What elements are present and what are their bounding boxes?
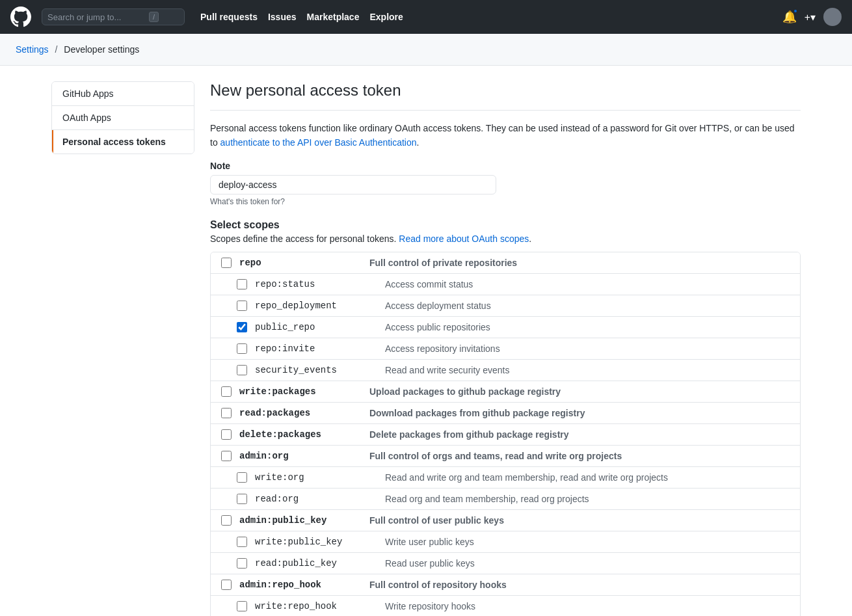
scope-desc-read_public_key: Read user public keys — [385, 558, 475, 569]
note-input[interactable] — [210, 175, 496, 194]
scope-row-child: repo:invite Access repository invitation… — [211, 338, 800, 360]
scope-desc-read_org: Read org and team membership, read org p… — [385, 494, 589, 504]
scope-desc-admin_org: Full control of orgs and teams, read and… — [369, 451, 622, 461]
note-hint: What's this token for? — [210, 197, 801, 206]
scope-row-parent: admin:org Full control of orgs and teams… — [211, 446, 800, 467]
scope-checkbox-security_events[interactable] — [237, 365, 247, 375]
scope-desc-security_events: Read and write security events — [385, 365, 509, 375]
page-title: New personal access token — [210, 81, 801, 111]
scope-name-repo_status: repo:status — [255, 279, 385, 289]
scope-row-parent: read:packages Download packages from git… — [211, 403, 800, 424]
scope-checkbox-write_packages[interactable] — [221, 386, 232, 397]
scope-checkbox-read_org[interactable] — [237, 494, 247, 504]
issues-link[interactable]: Issues — [268, 12, 297, 22]
notification-dot — [793, 8, 798, 14]
main-content: New personal access token Personal acces… — [210, 81, 801, 616]
scope-checkbox-public_repo[interactable] — [237, 322, 247, 332]
scope-row-child: repo:status Access commit status — [211, 274, 800, 295]
scope-desc-write_org: Read and write org and team membership, … — [385, 472, 668, 483]
scope-desc-write_repo_hook: Write repository hooks — [385, 601, 475, 611]
scopes-desc: Scopes define the access for personal to… — [210, 234, 801, 244]
scopes-title: Select scopes — [210, 219, 801, 231]
explore-link[interactable]: Explore — [369, 12, 403, 22]
scope-name-write_org: write:org — [255, 472, 385, 483]
scope-desc-repo_status: Access commit status — [385, 279, 473, 289]
description-end: . — [417, 137, 419, 148]
scope-name-security_events: security_events — [255, 365, 385, 375]
github-logo[interactable] — [10, 7, 31, 27]
scope-desc-repo_invite: Access repository invitations — [385, 343, 500, 354]
scope-desc-delete_packages: Delete packages from github package regi… — [369, 429, 569, 440]
scope-checkbox-write_org[interactable] — [237, 472, 247, 483]
scope-row-child: write:org Read and write org and team me… — [211, 467, 800, 489]
avatar[interactable] — [823, 8, 842, 26]
scope-checkbox-write_public_key[interactable] — [237, 537, 247, 547]
scope-row-child: public_repo Access public repositories — [211, 317, 800, 338]
sidebar-item-oauth-apps[interactable]: OAuth Apps — [52, 106, 194, 130]
breadcrumb-current: Developer settings — [64, 44, 139, 55]
scope-name-read_packages: read:packages — [239, 408, 369, 418]
marketplace-link[interactable]: Marketplace — [307, 12, 360, 22]
scope-name-write_public_key: write:public_key — [255, 537, 385, 547]
scope-checkbox-write_repo_hook[interactable] — [237, 601, 247, 611]
scopes-desc-text: Scopes define the access for personal to… — [210, 234, 399, 244]
description-link[interactable]: authenticate to the API over Basic Authe… — [220, 137, 417, 148]
scope-row-parent: repo Full control of private repositorie… — [211, 252, 800, 274]
scope-row-child: read:org Read org and team membership, r… — [211, 489, 800, 510]
topnav-links: Pull requests Issues Marketplace Explore — [200, 12, 403, 22]
breadcrumb: Settings / Developer settings — [0, 34, 852, 66]
scopes-table: repo Full control of private repositorie… — [210, 252, 801, 616]
scope-desc-admin_public_key: Full control of user public keys — [369, 515, 504, 526]
scope-name-write_packages: write:packages — [239, 386, 369, 397]
search-input[interactable] — [47, 12, 145, 22]
search-box[interactable]: / — [42, 8, 185, 25]
scope-checkbox-admin_repo_hook[interactable] — [221, 580, 232, 590]
scope-desc-repo: Full control of private repositories — [369, 258, 517, 268]
scope-row-parent: admin:repo_hook Full control of reposito… — [211, 574, 800, 596]
scope-name-public_repo: public_repo — [255, 322, 385, 332]
scope-checkbox-repo_invite[interactable] — [237, 343, 247, 354]
scope-name-read_org: read:org — [255, 494, 385, 504]
scope-desc-public_repo: Access public repositories — [385, 322, 490, 332]
sidebar: GitHub Apps OAuth Apps Personal access t… — [51, 81, 194, 154]
scope-desc-write_packages: Upload packages to github package regist… — [369, 386, 561, 397]
scope-desc-write_public_key: Write user public keys — [385, 537, 474, 547]
pull-requests-link[interactable]: Pull requests — [200, 12, 258, 22]
breadcrumb-separator: / — [55, 44, 57, 55]
scope-checkbox-read_packages[interactable] — [221, 408, 232, 418]
scope-name-repo_invite: repo:invite — [255, 343, 385, 354]
search-kbd: / — [149, 12, 159, 22]
note-label: Note — [210, 161, 801, 171]
scope-checkbox-repo[interactable] — [221, 258, 232, 268]
scope-name-admin_public_key: admin:public_key — [239, 515, 369, 526]
scope-row-parent: delete:packages Delete packages from git… — [211, 424, 800, 446]
plus-icon[interactable]: +▾ — [805, 11, 816, 23]
scope-checkbox-admin_public_key[interactable] — [221, 515, 232, 526]
scope-row-parent: admin:public_key Full control of user pu… — [211, 510, 800, 531]
scope-name-repo_deployment: repo_deployment — [255, 301, 385, 311]
scope-checkbox-repo_deployment[interactable] — [237, 301, 247, 311]
sidebar-item-github-apps[interactable]: GitHub Apps — [52, 82, 194, 106]
scopes-link[interactable]: Read more about OAuth scopes — [399, 234, 529, 244]
layout: GitHub Apps OAuth Apps Personal access t… — [36, 81, 816, 616]
scope-row-child: write:repo_hook Write repository hooks — [211, 596, 800, 616]
breadcrumb-settings[interactable]: Settings — [16, 44, 49, 55]
scope-name-repo: repo — [239, 258, 369, 268]
topnav-right: 🔔 +▾ — [782, 8, 842, 26]
scope-row-child: security_events Read and write security … — [211, 360, 800, 381]
scope-name-delete_packages: delete:packages — [239, 429, 369, 440]
scope-name-read_public_key: read:public_key — [255, 558, 385, 569]
scope-desc-read_packages: Download packages from github package re… — [369, 408, 585, 418]
scope-name-admin_org: admin:org — [239, 451, 369, 461]
scope-name-admin_repo_hook: admin:repo_hook — [239, 580, 369, 590]
scope-name-write_repo_hook: write:repo_hook — [255, 601, 385, 611]
scope-checkbox-read_public_key[interactable] — [237, 558, 247, 569]
scope-checkbox-delete_packages[interactable] — [221, 429, 232, 440]
scope-checkbox-admin_org[interactable] — [221, 451, 232, 461]
scope-desc-admin_repo_hook: Full control of repository hooks — [369, 580, 507, 590]
scope-row-child: repo_deployment Access deployment status — [211, 295, 800, 317]
scope-row-child: write:public_key Write user public keys — [211, 531, 800, 553]
sidebar-item-personal-access-tokens[interactable]: Personal access tokens — [52, 130, 194, 154]
notifications-icon[interactable]: 🔔 — [782, 10, 797, 24]
scope-checkbox-repo_status[interactable] — [237, 279, 247, 289]
